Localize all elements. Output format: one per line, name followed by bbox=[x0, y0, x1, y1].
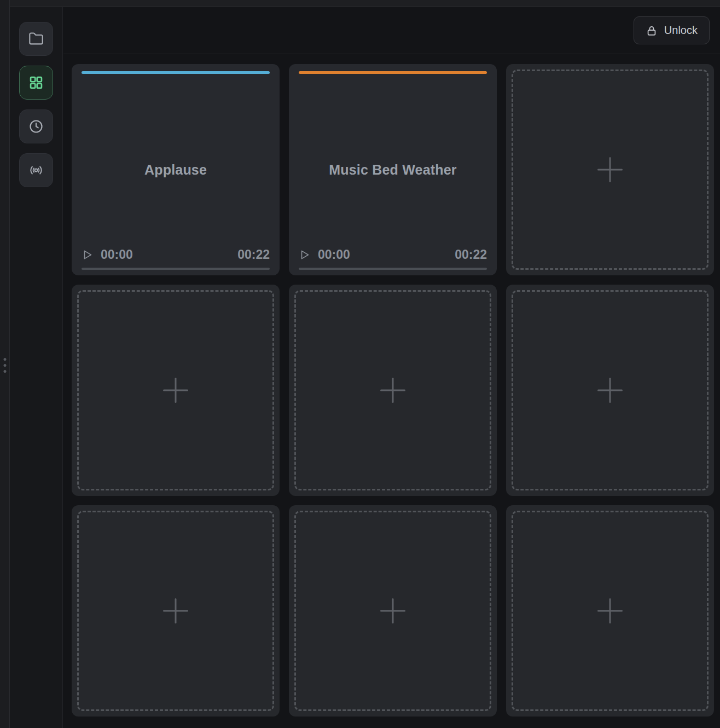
pad-title: Music Bed Weather bbox=[289, 64, 497, 275]
pad-progress-bar bbox=[299, 268, 487, 270]
empty-pad[interactable] bbox=[289, 285, 497, 496]
pad-footer: 00:00 00:22 bbox=[82, 247, 270, 262]
pad-progress-bar bbox=[82, 268, 270, 270]
clock-icon bbox=[28, 119, 44, 134]
plus-icon bbox=[163, 378, 188, 403]
pad-grid: Applause 00:00 00:22 Music Bed Weather bbox=[72, 64, 720, 717]
empty-pad[interactable] bbox=[506, 505, 714, 717]
empty-pad-dashed-area bbox=[512, 511, 709, 711]
panel-drag-handle[interactable] bbox=[3, 358, 6, 373]
empty-pad[interactable] bbox=[72, 505, 280, 717]
empty-pad[interactable] bbox=[506, 64, 714, 275]
empty-pad-dashed-area bbox=[77, 511, 274, 711]
sidebar-item-library[interactable] bbox=[19, 22, 53, 56]
grid-icon bbox=[28, 75, 44, 90]
pad-title: Applause bbox=[72, 64, 280, 275]
empty-pad-dashed-area bbox=[294, 511, 491, 711]
sound-pad[interactable]: Music Bed Weather 00:00 00:22 bbox=[289, 64, 497, 275]
cartwall-header: Unlock bbox=[63, 7, 720, 54]
sidebar-item-cartwall[interactable] bbox=[19, 66, 53, 100]
main-area: Unlock Applause 00:00 00:22 Music Bed We… bbox=[63, 7, 720, 728]
lock-icon bbox=[646, 25, 658, 37]
empty-pad-dashed-area bbox=[512, 290, 709, 490]
pad-elapsed: 00:00 bbox=[101, 247, 133, 262]
left-rail bbox=[0, 0, 10, 728]
play-icon[interactable] bbox=[299, 249, 311, 261]
unlock-button[interactable]: Unlock bbox=[634, 16, 710, 44]
empty-pad-dashed-area bbox=[77, 290, 274, 490]
pad-footer: 00:00 00:22 bbox=[299, 247, 487, 262]
empty-pad-dashed-area bbox=[294, 290, 491, 490]
plus-icon bbox=[163, 598, 188, 623]
drag-dot bbox=[3, 364, 6, 367]
pad-elapsed: 00:00 bbox=[318, 247, 350, 262]
empty-pad-dashed-area bbox=[512, 70, 709, 270]
plus-icon bbox=[597, 157, 623, 182]
sound-pad[interactable]: Applause 00:00 00:22 bbox=[72, 64, 280, 275]
pad-duration: 00:22 bbox=[455, 247, 487, 262]
plus-icon bbox=[380, 598, 405, 623]
empty-pad[interactable] bbox=[72, 285, 280, 496]
plus-icon bbox=[597, 598, 623, 623]
sidebar-item-history[interactable] bbox=[19, 109, 53, 143]
drag-dot bbox=[3, 358, 6, 361]
icon-sidebar bbox=[10, 0, 63, 728]
sidebar-item-onair[interactable] bbox=[19, 153, 53, 187]
folder-icon bbox=[28, 31, 44, 47]
empty-pad[interactable] bbox=[506, 285, 714, 496]
empty-pad[interactable] bbox=[289, 505, 497, 717]
plus-icon bbox=[597, 378, 623, 403]
broadcast-icon bbox=[28, 163, 44, 178]
pad-duration: 00:22 bbox=[237, 247, 270, 262]
unlock-label: Unlock bbox=[664, 24, 698, 37]
drag-dot bbox=[3, 370, 6, 373]
plus-icon bbox=[380, 378, 405, 403]
play-icon[interactable] bbox=[82, 249, 94, 261]
top-strip bbox=[10, 0, 720, 7]
